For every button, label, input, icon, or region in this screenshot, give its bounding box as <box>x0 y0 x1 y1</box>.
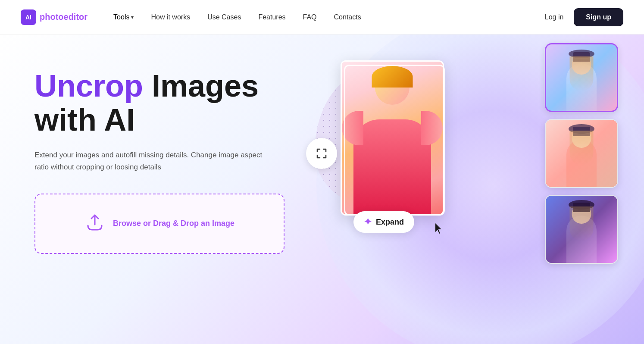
hero-section: Uncrop Imageswith AI Extend your images … <box>0 34 644 344</box>
login-button[interactable]: Log in <box>545 13 564 21</box>
nav-features[interactable]: Features <box>258 13 285 21</box>
cursor-icon <box>434 222 444 237</box>
nav-use-cases[interactable]: Use Cases <box>207 13 241 21</box>
upload-label[interactable]: Browse or Drag & Drop an Image <box>113 219 234 228</box>
nav-how-it-works[interactable]: How it works <box>151 13 190 21</box>
main-photo <box>341 60 444 216</box>
thumbnail-2[interactable] <box>545 119 618 188</box>
nav-auth: Log in Sign up <box>545 8 623 26</box>
navbar: AI photoeditor Tools ▾ How it works Use … <box>0 0 644 34</box>
expand-pill: ✦ Expand <box>353 211 414 233</box>
hero-left-content: Uncrop Imageswith AI Extend your images … <box>0 34 293 344</box>
tools-label: Tools <box>113 13 129 21</box>
hero-subtitle: Extend your images and autofill missing … <box>34 149 267 172</box>
hero-title: Uncrop Imageswith AI <box>34 69 272 137</box>
main-photo-container: ✦ Expand <box>328 60 466 241</box>
nav-links: Tools ▾ How it works Use Cases Features … <box>113 13 545 21</box>
nav-tools-item[interactable]: Tools ▾ <box>113 13 134 21</box>
thumbnail-1[interactable] <box>545 43 618 112</box>
expand-icon <box>306 138 337 169</box>
logo-text: photoeditor <box>40 12 88 22</box>
thumbnail-3[interactable] <box>545 195 618 264</box>
upload-icon <box>84 212 105 235</box>
signup-button[interactable]: Sign up <box>574 8 623 26</box>
expand-label: Expand <box>376 218 404 227</box>
tools-arrow-icon: ▾ <box>131 14 134 20</box>
expand-star-icon: ✦ <box>364 216 372 228</box>
logo[interactable]: AI photoeditor <box>21 9 88 25</box>
nav-contacts[interactable]: Contacts <box>334 13 361 21</box>
hero-right-visual: ✦ Expand <box>293 34 644 344</box>
nav-faq[interactable]: FAQ <box>303 13 317 21</box>
logo-icon: AI <box>21 9 36 25</box>
thumbnails-column <box>545 43 618 264</box>
hero-title-uncrop: Uncrop <box>34 69 143 103</box>
upload-dropzone[interactable]: Browse or Drag & Drop an Image <box>34 194 284 254</box>
